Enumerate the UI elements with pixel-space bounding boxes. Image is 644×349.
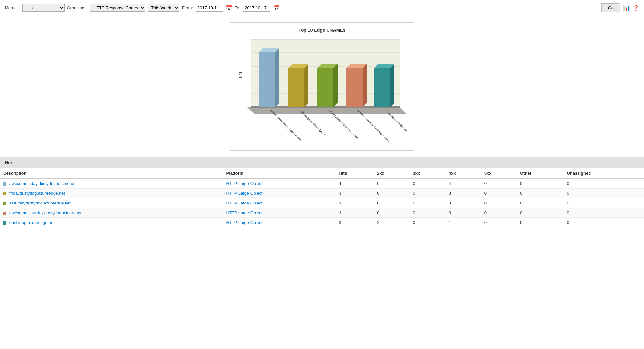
cell-hits: 3: [336, 208, 374, 218]
platform-link[interactable]: HTTP Large Object: [226, 201, 263, 205]
cell-other: 0: [517, 218, 564, 227]
cell-5xx: 0: [481, 218, 517, 227]
svg-marker-23: [390, 64, 394, 107]
description-link[interactable]: saturdaydustydog.azureedge.net: [9, 201, 71, 205]
cell-hits: 3: [336, 218, 374, 227]
cell-other: 0: [517, 198, 564, 208]
toolbar: Metrics: HitsData Transferred Groupings:…: [0, 0, 644, 16]
row-color-indicator: [3, 192, 6, 195]
col-platform: Platform: [223, 168, 336, 179]
cell-platform: HTTP Large Object: [223, 179, 336, 189]
cell-4xx: 4: [446, 179, 481, 189]
cell-4xx: 3: [446, 208, 481, 218]
table-section-header: Hits: [0, 157, 644, 168]
from-label: From:: [182, 6, 193, 10]
go-button[interactable]: Go: [601, 3, 620, 12]
col-description: Description: [0, 168, 223, 179]
table-row: awesomesaturday.dustydogpetcare.us HTTP …: [0, 208, 644, 218]
groupings-label: Groupings:: [67, 6, 88, 10]
row-color-indicator: [3, 202, 6, 205]
description-link[interactable]: awesomefriday.dustydogpetcare.us: [9, 181, 76, 186]
table-row: awesomefriday.dustydogpetcare.us HTTP La…: [0, 179, 644, 189]
period-select[interactable]: TodayThis WeekThis MonthCustom: [148, 4, 179, 12]
cell-hits: 4: [336, 179, 374, 189]
from-calendar-icon[interactable]: 📅: [226, 5, 232, 11]
groupings-select[interactable]: HTTP Response CodesCache StatusesFile Ty…: [90, 4, 145, 12]
table-header: Description Platform Hits 2xx 3xx 4xx 5x…: [0, 168, 644, 179]
cell-3xx: 0: [410, 189, 446, 198]
platform-link[interactable]: HTTP Large Object: [226, 210, 263, 215]
svg-rect-21: [374, 68, 390, 107]
cell-unassigned: 0: [564, 208, 644, 218]
chart-title: Top 10 Edge CNAMEs: [236, 28, 408, 33]
cell-hits: 3: [336, 189, 374, 198]
svg-text:Hits: Hits: [238, 72, 243, 78]
cell-platform: HTTP Large Object: [223, 218, 336, 227]
cell-2xx: 0: [374, 198, 410, 208]
cell-hits: 3: [336, 198, 374, 208]
metrics-label: Metrics:: [5, 6, 20, 10]
cell-other: 0: [517, 189, 564, 198]
chart-box: Top 10 Edge CNAMEs Hits: [230, 22, 414, 151]
cell-5xx: 0: [481, 189, 517, 198]
cell-description: fridaydustydog.azureedge.net: [0, 189, 223, 198]
cell-description: awesomesaturday.dustydogpetcare.us: [0, 208, 223, 218]
svg-rect-18: [346, 68, 363, 107]
col-2xx: 2xx: [374, 168, 410, 179]
table-row: fridaydustydog.azureedge.net HTTP Large …: [0, 189, 644, 198]
help-icon[interactable]: ❓: [633, 5, 639, 11]
svg-rect-15: [317, 68, 333, 107]
col-5xx: 5xx: [481, 168, 517, 179]
cell-unassigned: 0: [564, 189, 644, 198]
svg-marker-14: [304, 64, 308, 107]
cell-platform: HTTP Large Object: [223, 198, 336, 208]
svg-marker-11: [275, 48, 279, 107]
cell-3xx: 0: [410, 208, 446, 218]
to-calendar-icon[interactable]: 📅: [273, 5, 280, 11]
platform-link[interactable]: HTTP Large Object: [226, 191, 263, 196]
cell-platform: HTTP Large Object: [223, 208, 336, 218]
data-table: Description Platform Hits 2xx 3xx 4xx 5x…: [0, 168, 644, 227]
row-color-indicator: [3, 212, 6, 215]
svg-text:awesomesaturday.dustydogpetcar: awesomesaturday.dustydogpetcare.us: [357, 109, 392, 144]
table-body: awesomefriday.dustydogpetcare.us HTTP La…: [0, 179, 644, 227]
cell-3xx: 0: [410, 179, 446, 189]
cell-2xx: 0: [374, 189, 410, 198]
col-unassigned: Unassigned: [564, 168, 644, 179]
table-row: dustydog.azureedge.net HTTP Large Object…: [0, 218, 644, 227]
platform-link[interactable]: HTTP Large Object: [226, 220, 263, 225]
cell-5xx: 0: [481, 208, 517, 218]
col-other: Other: [517, 168, 564, 179]
cell-2xx: 0: [374, 208, 410, 218]
cell-description: saturdaydustydog.azureedge.net: [0, 198, 223, 208]
cell-unassigned: 0: [564, 198, 644, 208]
cell-description: awesomefriday.dustydogpetcare.us: [0, 179, 223, 189]
excel-icon[interactable]: 📊: [623, 4, 630, 11]
cell-4xx: 3: [446, 189, 481, 198]
chart-container: Top 10 Edge CNAMEs Hits: [0, 16, 644, 157]
cell-2xx: 0: [374, 179, 410, 189]
description-link[interactable]: dustydog.azureedge.net: [9, 220, 55, 225]
svg-marker-17: [333, 64, 338, 107]
svg-rect-12: [288, 68, 304, 107]
table-row: saturdaydustydog.azureedge.net HTTP Larg…: [0, 198, 644, 208]
chart-svg: Hits awesomefriday.d: [236, 36, 408, 146]
to-input[interactable]: [243, 4, 270, 12]
cell-4xx: 1: [446, 218, 481, 227]
col-4xx: 4xx: [446, 168, 481, 179]
cell-5xx: 0: [481, 179, 517, 189]
platform-link[interactable]: HTTP Large Object: [226, 181, 263, 186]
to-label: To:: [235, 6, 240, 10]
description-link[interactable]: fridaydustydog.azureedge.net: [9, 191, 65, 196]
cell-4xx: 3: [446, 198, 481, 208]
description-link[interactable]: awesomesaturday.dustydogpetcare.us: [9, 210, 81, 215]
cell-description: dustydog.azureedge.net: [0, 218, 223, 227]
cell-other: 0: [517, 208, 564, 218]
row-color-indicator: [3, 182, 6, 186]
from-input[interactable]: [196, 4, 223, 12]
cell-3xx: 0: [410, 218, 446, 227]
cell-3xx: 0: [410, 198, 446, 208]
cell-2xx: 2: [374, 218, 410, 227]
svg-rect-9: [259, 52, 275, 107]
metrics-select[interactable]: HitsData Transferred: [22, 4, 65, 12]
